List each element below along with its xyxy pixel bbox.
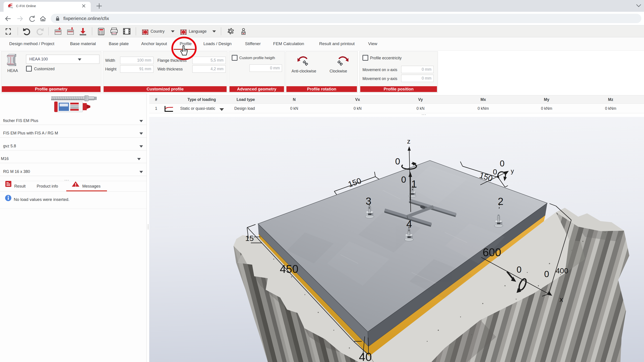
svg-text:1: 1: [411, 178, 417, 190]
svg-text:0: 0: [500, 159, 504, 168]
svg-text:3: 3: [366, 195, 371, 207]
svg-text:2: 2: [498, 196, 504, 207]
svg-text:0: 0: [395, 156, 400, 166]
svg-text:600: 600: [482, 246, 501, 259]
svg-text:450: 450: [280, 263, 298, 275]
svg-text:4: 4: [406, 218, 412, 230]
svg-text:y: y: [511, 168, 514, 174]
svg-text:400: 400: [556, 267, 568, 275]
svg-text:0: 0: [544, 269, 549, 279]
svg-text:15: 15: [245, 234, 254, 242]
svg-text:x: x: [560, 295, 563, 303]
svg-text:0: 0: [401, 175, 406, 184]
svg-text:z: z: [407, 138, 410, 145]
svg-text:0: 0: [516, 265, 522, 275]
svg-text:40: 40: [359, 351, 372, 362]
